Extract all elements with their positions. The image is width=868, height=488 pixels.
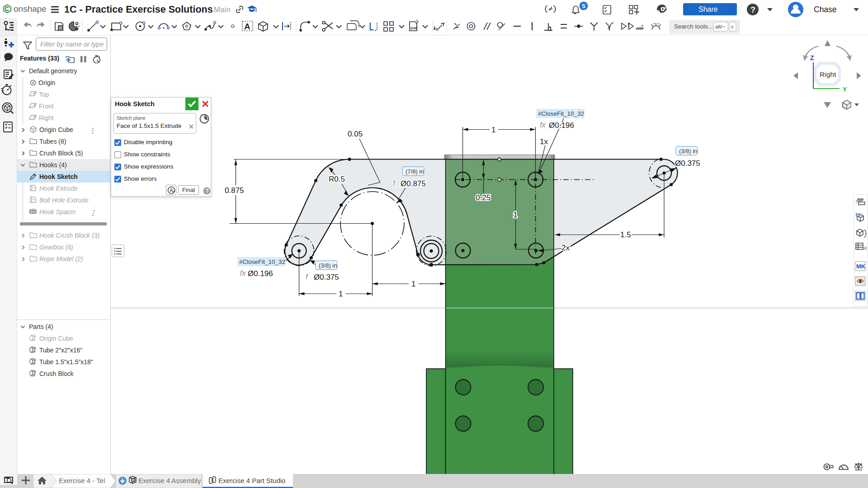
svg-text:5: 5 (582, 3, 586, 9)
svg-text:2x: 2x (561, 244, 570, 252)
svg-text:1: 1 (513, 211, 517, 219)
svg-text:Ø0.875: Ø0.875 (401, 179, 426, 188)
svg-text:1: 1 (411, 280, 415, 288)
svg-text:1: 1 (491, 126, 495, 134)
svg-text:Right: Right (820, 70, 836, 78)
svg-text:onshape: onshape (14, 4, 47, 14)
svg-text:Exercise 4 Assembly: Exercise 4 Assembly (138, 477, 201, 484)
svg-text:f: f (306, 272, 309, 281)
svg-text:Z: Z (810, 54, 814, 61)
svg-text:0.25: 0.25 (476, 193, 491, 202)
svg-text:Main: Main (214, 5, 231, 14)
svg-text:#CloseFit_10_32: #CloseFit_10_32 (538, 110, 584, 117)
svg-text:1x: 1x (540, 137, 548, 146)
svg-text:(3/8) in: (3/8) in (319, 262, 337, 269)
svg-text:Ø0.375: Ø0.375 (314, 273, 339, 282)
svg-text:DXF: DXF (410, 26, 417, 30)
svg-text:Search tools…: Search tools… (674, 23, 714, 30)
svg-text:?: ? (750, 5, 755, 14)
svg-text:fx: fx (240, 269, 246, 277)
svg-text:A: A (170, 188, 173, 193)
svg-text:0.05: 0.05 (348, 130, 363, 138)
svg-text:0.875: 0.875 (225, 186, 244, 195)
svg-text:MK: MK (856, 263, 866, 270)
svg-text:A: A (244, 22, 250, 31)
svg-text:Y: Y (843, 86, 847, 93)
svg-text:x): x) (863, 246, 867, 250)
svg-text:?: ? (206, 188, 209, 194)
svg-text:alt/~: alt/~ (715, 24, 725, 29)
svg-text:fx: fx (540, 121, 546, 129)
svg-text:1: 1 (339, 290, 343, 298)
svg-text:Chase: Chase (814, 5, 837, 14)
svg-text:(7/8) in: (7/8) in (406, 168, 424, 175)
svg-text:Exercise 4 Part Studio: Exercise 4 Part Studio (218, 477, 285, 484)
svg-text:···: ··· (857, 277, 859, 280)
svg-text:Ø0.196: Ø0.196 (549, 121, 574, 130)
svg-text:R0.5: R0.5 (329, 175, 345, 183)
svg-text:(3/8) in: (3/8) in (679, 148, 697, 155)
svg-text:Share: Share (698, 5, 718, 13)
svg-text:Ø0.196: Ø0.196 (248, 269, 273, 278)
svg-text:#CloseFit_10_32: #CloseFit_10_32 (239, 258, 285, 265)
svg-text:Ø0.375: Ø0.375 (675, 159, 700, 168)
svg-text:Exercise 4 - Tel: Exercise 4 - Tel (59, 477, 105, 484)
svg-text:c: c (731, 24, 734, 29)
svg-text:1.5: 1.5 (620, 230, 631, 239)
svg-text:1C - Practice Exercise Solutio: 1C - Practice Exercise Solutions (64, 4, 213, 15)
